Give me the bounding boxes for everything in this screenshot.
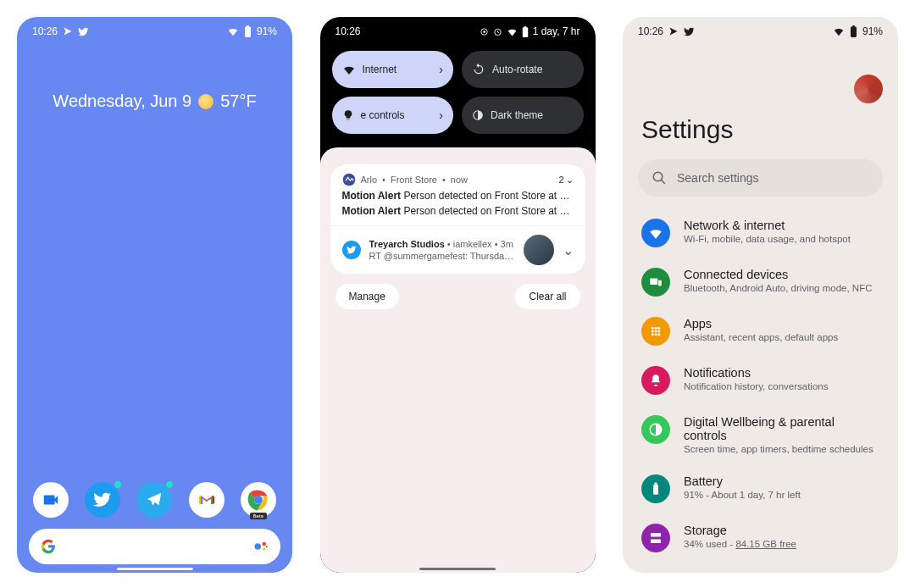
chevron-down-icon[interactable]: ⌄ [563,242,574,258]
alarm-icon [493,27,502,36]
search-placeholder: Search settings [677,171,759,185]
svg-point-5 [263,548,265,551]
weather-widget[interactable]: Wednesday, Jun 9 57°F [17,92,292,111]
notif-title: Treyarch Studios [369,239,445,249]
google-search-bar[interactable] [29,529,280,564]
sun-icon [198,94,214,109]
svg-point-16 [653,172,663,181]
status-battery-remaining: 1 day, 7 hr [533,25,580,37]
settings-item-sub: Screen time, app timers, bedtime schedul… [684,444,879,454]
search-settings-input[interactable]: Search settings [638,159,883,197]
notif-source: Front Store [391,175,437,185]
chevron-right-icon: › [439,63,443,76]
chrome-icon [246,487,271,513]
qs-darktheme-tile[interactable]: Dark theme [462,97,584,134]
twitter-icon [342,241,361,259]
notification-card-twitter[interactable]: Treyarch Studios • iamkellex • 3m RT @su… [330,226,585,274]
svg-rect-17 [650,279,657,286]
twitter-status-icon [684,26,695,37]
qs-label: Dark theme [491,109,543,121]
devices-icon [641,268,670,297]
duo-app-icon[interactable] [33,482,69,518]
clear-all-button[interactable]: Clear all [515,284,580,309]
qs-label: e controls [361,109,405,121]
chevron-down-icon: ⌄ [566,175,574,186]
settings-item[interactable]: Battery 91% - About 1 day, 7 hr left [623,464,898,513]
settings-item[interactable]: Digital Wellbeing & parental controls Sc… [623,405,898,464]
qs-autorotate-tile[interactable]: Auto-rotate [462,51,584,88]
settings-item-sub: 91% - About 1 day, 7 hr left [684,490,801,500]
notification-dot [114,480,122,489]
weather-temp: 57°F [220,92,256,111]
gmail-icon [197,490,217,510]
svg-rect-14 [851,26,857,37]
assistant-icon[interactable] [253,539,269,554]
svg-point-6 [266,546,268,547]
notification-shade: 10:26 1 day, 7 hr Internet › Auto-rotate… [320,17,596,573]
battery-icon [244,25,252,37]
svg-rect-32 [651,540,661,544]
near-share-icon [63,26,73,36]
arlo-app-icon [342,173,356,186]
svg-point-8 [483,31,485,33]
qs-controls-tile[interactable]: e controls › [332,97,454,134]
svg-rect-10 [522,27,528,37]
app-dock: Beta [17,482,292,518]
bell-icon [641,366,670,395]
settings-item[interactable]: Notifications Notification history, conv… [623,356,898,405]
settings-item[interactable]: Storage 34% used - 84.15 GB free [623,513,898,563]
status-time: 10:26 [336,25,361,37]
chrome-app-icon[interactable]: Beta [241,482,276,518]
notif-when: now [451,175,468,185]
settings-list: Network & internet Wi-Fi, mobile, data u… [623,208,898,563]
profile-avatar[interactable] [854,75,883,103]
status-time: 10:26 [32,25,58,37]
notif-media-thumb [524,235,554,265]
svg-point-20 [655,327,657,330]
chevron-right-icon: › [439,108,443,122]
weather-date: Wednesday, Jun 9 [53,92,191,111]
telegram-app-icon[interactable] [136,482,172,518]
notif-group-count[interactable]: 2 ⌄ [558,175,573,186]
notif-handle: iamkellex [453,239,492,249]
qs-label: Auto-rotate [492,64,542,75]
settings-item[interactable]: Apps Assistant, recent apps, default app… [623,307,898,356]
notif-body: Person detected on Front Store at 1… [403,190,573,202]
status-bar: 10:26 91% [623,17,898,41]
settings-item[interactable]: Connected devices Bluetooth, Android Aut… [623,258,898,307]
wifi-icon [641,219,670,247]
manage-button[interactable]: Manage [336,284,399,309]
svg-point-22 [652,330,654,333]
svg-point-3 [255,543,262,550]
svg-rect-1 [247,25,249,27]
svg-point-23 [655,330,657,333]
svg-rect-15 [852,25,855,27]
battery-icon [641,474,670,503]
wifi-icon [833,25,845,37]
svg-point-27 [657,333,660,336]
settings-item[interactable]: Network & internet Wi-Fi, mobile, data u… [623,208,898,258]
contrast-icon [472,109,484,121]
gmail-app-icon[interactable] [189,482,225,518]
notif-app: Arlo [361,175,378,185]
notif-title: Motion Alert [342,190,402,202]
svg-rect-18 [658,280,662,286]
twitter-status-icon [78,26,89,37]
qs-internet-tile[interactable]: Internet › [332,51,454,88]
svg-point-26 [655,333,657,336]
settings-item-sub: Notification history, conversations [684,381,828,391]
twitter-app-icon[interactable] [85,482,120,518]
gesture-nav-bar[interactable] [117,568,193,570]
settings-item-sub: Bluetooth, Android Auto, driving mode, N… [684,283,872,293]
search-icon [652,170,667,186]
settings-item-sub: Wi-Fi, mobile, data usage, and hotspot [684,234,851,244]
rotate-icon [472,63,485,76]
qs-label: Internet [363,64,397,75]
svg-point-4 [263,542,267,546]
twitter-icon [93,491,112,509]
notification-card-arlo[interactable]: Arlo • Front Store • now 2 ⌄ Motion Aler… [330,164,585,274]
dnd-icon [480,27,489,36]
notif-body: RT @summergamefest: Thursda… [369,251,515,261]
notif-title: Motion Alert [342,205,402,217]
gesture-nav-bar[interactable] [419,568,496,570]
